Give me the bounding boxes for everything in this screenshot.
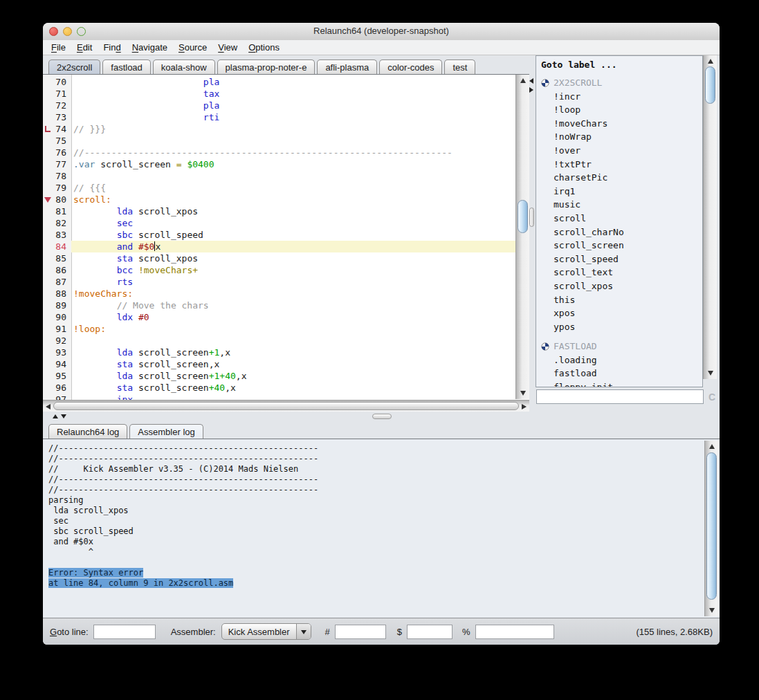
code-line-76[interactable]: 76//------------------------------------… bbox=[43, 147, 515, 158]
log-scrollbar[interactable] bbox=[704, 441, 718, 616]
assembler-select[interactable]: Kick Assembler bbox=[221, 623, 311, 640]
clear-filter-button[interactable]: C bbox=[708, 392, 715, 403]
code-line-81[interactable]: 81 lda scroll_xpos bbox=[43, 205, 515, 217]
code-line-86[interactable]: 86 bcc !moveChars+ bbox=[43, 264, 515, 276]
code-line-96[interactable]: 96 sta scroll_screen+40,x bbox=[43, 382, 515, 394]
code-line-73[interactable]: 73 rti bbox=[43, 111, 515, 123]
expand-down-icon[interactable] bbox=[61, 414, 66, 418]
horizontal-divider-handle[interactable] bbox=[372, 414, 392, 419]
label-item-fastload[interactable]: fastload bbox=[536, 367, 702, 380]
code-line-85[interactable]: 85 sta scroll_xpos bbox=[43, 252, 515, 264]
label-group-fastload[interactable]: FASTLOAD bbox=[536, 340, 702, 353]
label-item-charsetpic[interactable]: charsetPic bbox=[536, 171, 702, 185]
scroll-down-icon[interactable] bbox=[520, 391, 526, 396]
label-item--loop[interactable]: !loop bbox=[536, 103, 702, 117]
label-item-this[interactable]: this bbox=[536, 293, 702, 307]
code-line-83[interactable]: 83 sbc scroll_speed bbox=[43, 229, 515, 241]
code-line-90[interactable]: 90 ldx #0 bbox=[43, 311, 515, 323]
log-tab-relaunch64-log[interactable]: Relaunch64 log bbox=[48, 424, 127, 439]
vertical-divider-handle[interactable] bbox=[529, 208, 534, 227]
menu-view[interactable]: View bbox=[212, 42, 243, 53]
menu-navigate[interactable]: Navigate bbox=[127, 42, 173, 53]
editor-horizontal-scrollbar[interactable] bbox=[43, 400, 529, 412]
code-editor[interactable]: 70 pla71 tax72 pla73 rti74// }}}7576//--… bbox=[43, 74, 529, 400]
label-item--incr[interactable]: !incr bbox=[536, 90, 702, 104]
fold-end-icon[interactable] bbox=[45, 126, 51, 132]
decimal-input[interactable] bbox=[335, 625, 386, 639]
label-group-2x2scroll[interactable]: 2X2SCROLL bbox=[536, 76, 702, 90]
expand-right-icon[interactable] bbox=[529, 87, 533, 93]
label-item-xpos[interactable]: xpos bbox=[536, 306, 702, 320]
code-line-84[interactable]: 84 and #$0x bbox=[43, 241, 515, 252]
code-line-74[interactable]: 74// }}} bbox=[43, 123, 515, 135]
vertical-split-divider[interactable] bbox=[529, 55, 534, 412]
label-item-scroll-text[interactable]: scroll_text bbox=[536, 266, 702, 279]
code-line-94[interactable]: 94 sta scroll_screen,x bbox=[43, 358, 515, 370]
menu-source[interactable]: Source bbox=[173, 42, 212, 53]
label-item-music[interactable]: music bbox=[536, 198, 702, 212]
scroll-up-icon[interactable] bbox=[520, 78, 526, 83]
scroll-left-icon[interactable] bbox=[46, 404, 51, 409]
scroll-right-icon[interactable] bbox=[522, 404, 527, 409]
code-line-91[interactable]: 91!loop: bbox=[43, 323, 515, 335]
code-line-71[interactable]: 71 tax bbox=[43, 88, 515, 100]
fold-open-icon[interactable] bbox=[44, 197, 51, 203]
code-line-79[interactable]: 79// {{{ bbox=[43, 182, 515, 194]
line-number: 80 bbox=[43, 194, 71, 205]
code-line-78[interactable]: 78 bbox=[43, 170, 515, 182]
label-item-floppy-init[interactable]: floppy_init bbox=[536, 380, 702, 387]
code-line-72[interactable]: 72 pla bbox=[43, 100, 515, 111]
code-line-93[interactable]: 93 lda scroll_screen+1,x bbox=[43, 347, 515, 358]
code-line-82[interactable]: 82 sec bbox=[43, 217, 515, 229]
editor-scroll-thumb[interactable] bbox=[518, 200, 528, 233]
scroll-up-icon[interactable] bbox=[708, 59, 713, 64]
label-item--txtptr[interactable]: !txtPtr bbox=[536, 158, 702, 172]
selected-log-text[interactable]: Error: Syntax error bbox=[48, 568, 143, 578]
code-line-88[interactable]: 88!moveChars: bbox=[43, 288, 515, 300]
label-filter-input[interactable] bbox=[536, 389, 704, 404]
code-line-77[interactable]: 77.var scroll_screen = $0400 bbox=[43, 158, 515, 170]
code-line-80[interactable]: 80scroll: bbox=[43, 194, 515, 205]
log-tab-assembler-log[interactable]: Assembler log bbox=[129, 424, 203, 439]
label-item-irq1[interactable]: irq1 bbox=[536, 185, 702, 199]
horizontal-split-divider[interactable] bbox=[43, 412, 720, 421]
label-item-scroll[interactable]: scroll bbox=[536, 212, 702, 225]
log-line: and #$0x bbox=[48, 537, 318, 547]
editor-vertical-scrollbar[interactable] bbox=[515, 75, 529, 399]
sidebar-scrollbar[interactable] bbox=[703, 55, 717, 379]
code-line-97[interactable]: 97 inx bbox=[43, 394, 515, 400]
label-item-scroll-xpos[interactable]: scroll_xpos bbox=[536, 279, 702, 293]
label-item--loading[interactable]: .loading bbox=[536, 353, 702, 367]
code-line-75[interactable]: 75 bbox=[43, 135, 515, 147]
label-item-ypos[interactable]: ypos bbox=[536, 320, 702, 334]
label-item--movechars[interactable]: !moveChars bbox=[536, 117, 702, 131]
scroll-up-icon[interactable] bbox=[709, 444, 715, 449]
sidebar-scroll-thumb[interactable] bbox=[705, 66, 715, 104]
code-line-87[interactable]: 87 rts bbox=[43, 276, 515, 288]
label-item-scroll-charno[interactable]: scroll_charNo bbox=[536, 225, 702, 239]
scroll-down-icon[interactable] bbox=[708, 371, 713, 376]
code-line-70[interactable]: 70 pla bbox=[43, 76, 515, 88]
menu-find[interactable]: Find bbox=[98, 42, 126, 53]
menu-options[interactable]: Options bbox=[243, 42, 285, 53]
label-item-scroll-speed[interactable]: scroll_speed bbox=[536, 252, 702, 266]
hex-input[interactable] bbox=[407, 625, 452, 639]
combo-dropdown-button[interactable] bbox=[296, 624, 311, 639]
binary-input[interactable] bbox=[475, 625, 554, 639]
editor-hscroll-thumb[interactable] bbox=[53, 402, 519, 410]
collapse-left-icon[interactable] bbox=[529, 78, 533, 84]
label-item--over[interactable]: !over bbox=[536, 144, 702, 158]
code-line-89[interactable]: 89 // Move the chars bbox=[43, 300, 515, 311]
code-line-92[interactable]: 92 bbox=[43, 335, 515, 347]
collapse-up-icon[interactable] bbox=[53, 414, 58, 418]
menu-file[interactable]: File bbox=[46, 42, 71, 53]
label-item-scroll-screen[interactable]: scroll_screen bbox=[536, 239, 702, 252]
label-item--nowrap[interactable]: !noWrap bbox=[536, 130, 702, 144]
selected-log-text[interactable]: at line 84, column 9 in 2x2scroll.asm bbox=[48, 578, 233, 588]
menu-edit[interactable]: Edit bbox=[71, 42, 98, 53]
code-line-95[interactable]: 95 lda scroll_screen+1+40,x bbox=[43, 370, 515, 382]
scroll-down-icon[interactable] bbox=[709, 608, 715, 613]
log-scroll-thumb[interactable] bbox=[706, 452, 717, 600]
goto-line-input[interactable] bbox=[93, 625, 156, 639]
assembler-log-panel[interactable]: //--------------------------------------… bbox=[43, 439, 720, 618]
